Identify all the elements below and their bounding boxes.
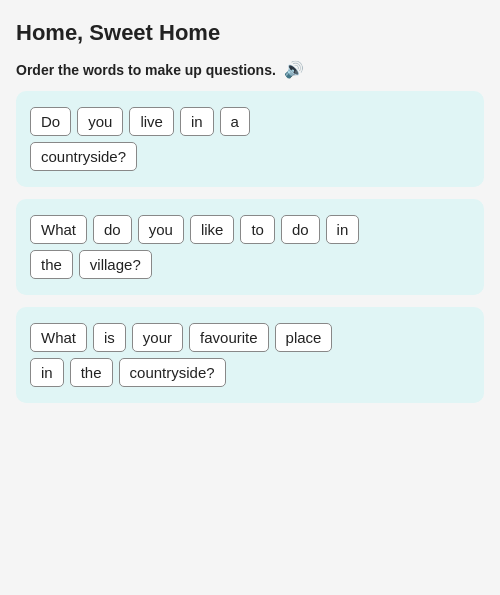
word-tile-3-1-4[interactable]: favourite [189,323,269,352]
word-tile-3-2-2[interactable]: the [70,358,113,387]
word-row-1-2: countryside? [30,142,470,171]
word-tile-3-1-2[interactable]: is [93,323,126,352]
word-tile-2-1-5[interactable]: to [240,215,275,244]
word-tile-3-1-5[interactable]: place [275,323,333,352]
word-tile-3-2-1[interactable]: in [30,358,64,387]
word-tile-2-2-1[interactable]: the [30,250,73,279]
word-tile-2-1-7[interactable]: in [326,215,360,244]
word-tile-3-2-3[interactable]: countryside? [119,358,226,387]
word-row-3-1: Whatisyourfavouriteplace [30,323,470,352]
word-tile-3-1-1[interactable]: What [30,323,87,352]
word-tile-1-1-5[interactable]: a [220,107,250,136]
word-tile-1-1-4[interactable]: in [180,107,214,136]
audio-icon[interactable]: 🔊 [284,60,304,79]
word-tile-2-1-3[interactable]: you [138,215,184,244]
word-row-2-1: Whatdoyouliketodoin [30,215,470,244]
word-tile-1-1-3[interactable]: live [129,107,174,136]
word-tile-2-2-2[interactable]: village? [79,250,152,279]
word-tile-2-1-1[interactable]: What [30,215,87,244]
word-row-3-2: inthecountryside? [30,358,470,387]
exercise-box-2: Whatdoyouliketodointhevillage? [16,199,484,295]
instruction-text: Order the words to make up questions. [16,62,276,78]
word-row-2-2: thevillage? [30,250,470,279]
word-tile-1-2-1[interactable]: countryside? [30,142,137,171]
word-tile-2-1-4[interactable]: like [190,215,235,244]
exercise-box-3: Whatisyourfavouriteplaceinthecountryside… [16,307,484,403]
word-tile-1-1-2[interactable]: you [77,107,123,136]
exercise-box-1: Doyouliveinacountryside? [16,91,484,187]
word-tile-1-1-1[interactable]: Do [30,107,71,136]
word-tile-2-1-6[interactable]: do [281,215,320,244]
word-tile-2-1-2[interactable]: do [93,215,132,244]
word-tile-3-1-3[interactable]: your [132,323,183,352]
word-row-1-1: Doyouliveina [30,107,470,136]
page-title: Home, Sweet Home [16,20,484,46]
